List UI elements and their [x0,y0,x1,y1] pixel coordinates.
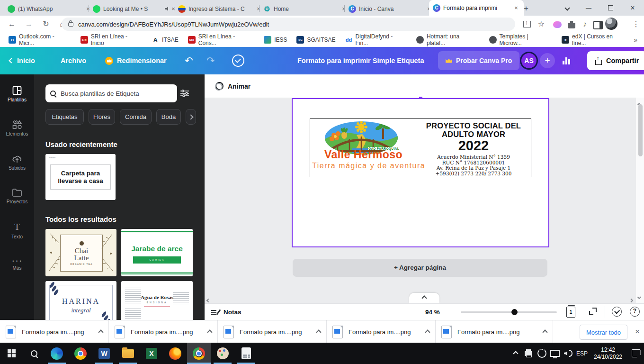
browser-menu-icon[interactable] [630,18,642,30]
template-jarabe-de-arce[interactable]: Jarabe de arce COMIDA [121,229,193,276]
zoom-slider-track[interactable] [461,311,557,313]
page-count-button[interactable]: 1 [566,307,575,318]
new-tab-button[interactable] [520,2,532,15]
chip-boda[interactable]: Boda [156,109,181,125]
design-page[interactable]: Valle Hermoso GAD PARROQUIAL Tierra mági… [292,98,549,247]
download-item[interactable]: Formato para im....png [109,320,218,343]
bookmark-digitaldefynd[interactable]: ddDigitalDefynd - Fin... [341,32,411,48]
url-omnibox[interactable]: canva.com/design/DAFBoEYhJRs/Usop9TLNwJu… [62,18,515,31]
download-menu-icon[interactable] [317,328,321,336]
help-button[interactable] [630,307,640,317]
tray-clock[interactable]: 12:42 24/10/2022 [589,343,627,364]
vertical-scrollbar[interactable] [636,98,644,303]
start-button[interactable] [0,343,23,364]
download-menu-icon[interactable] [426,328,429,336]
animate-button[interactable]: Animar [211,79,254,93]
tab-spotify[interactable]: Looking at Me • S [89,2,181,16]
sidebar-item-elementos[interactable]: Elementos [0,114,34,142]
reload-button[interactable] [40,18,52,30]
template-chai-latte[interactable]: Chai Latte ORGANIC TEA [45,229,116,276]
zoom-slider-knob[interactable] [511,309,518,315]
tab-home[interactable]: Home [259,2,351,16]
download-item[interactable]: Formato para im....png [218,320,327,343]
insights-button[interactable] [563,47,570,74]
tray-show-hidden-icons[interactable] [510,343,522,364]
share-page-icon[interactable] [521,18,533,30]
bookmark-sri-consultas[interactable]: SRISRI en Línea - Cons... [184,32,258,48]
bookmark-hotmart[interactable]: Hotmart: una plataf... [412,32,483,48]
template-harina-integral[interactable]: HARINA integral [45,281,116,320]
tray-action-center[interactable] [629,343,643,364]
taskbar-search-button[interactable] [23,343,45,364]
chip-comida[interactable]: Comida [120,109,152,125]
scroll-left-icon[interactable] [207,295,210,304]
window-restore-button[interactable] [599,0,621,16]
side-panel-icon[interactable] [592,18,604,30]
bookmark-sgaitsae[interactable]: SGSGAITSAE [293,35,339,45]
download-menu-icon[interactable] [208,328,212,336]
taskbar-chrome[interactable] [69,343,92,364]
bookmark-iess[interactable]: IESS [260,35,291,45]
search-input[interactable] [60,90,172,98]
undo-button[interactable] [185,47,193,74]
share-button[interactable]: Compartir [587,51,644,70]
tray-printer-icon[interactable] [522,343,535,364]
back-to-home-button[interactable]: Inicio [9,47,35,74]
chip-etiquetas[interactable]: Etiquetas [45,109,84,125]
download-item[interactable]: Formato para im....png [0,320,109,343]
tab-canva-formato-active[interactable]: Formato para imprimi [429,0,524,16]
download-menu-icon[interactable] [99,328,103,336]
bookmark-edx[interactable]: XedX | Cursos en líne... [558,32,632,48]
label-design-element[interactable]: Valle Hermoso GAD PARROQUIAL Tierra mági… [310,118,531,177]
save-status-button[interactable] [232,47,244,74]
bookmark-sri-inicio[interactable]: SRISRI en Línea - Inicio [77,32,146,48]
taskbar-file-explorer[interactable] [116,343,140,364]
resize-button[interactable]: Redimensionar [105,47,167,74]
taskbar-excel[interactable]: X [140,343,163,364]
pages-drawer-toggle[interactable] [409,293,439,303]
vertical-scroll-thumb[interactable] [638,104,643,156]
recent-template-card[interactable]: Nombre Carpeta para llevarse a casa [45,154,116,200]
taskbar-firefox[interactable] [163,343,187,364]
tab-canva-inicio[interactable]: Inicio - Canva [345,2,437,16]
bookmarks-overflow-icon[interactable] [634,36,637,44]
back-button[interactable] [6,18,18,30]
template-search-box[interactable] [45,84,177,102]
sidebar-item-plantillas[interactable]: Plantillas [0,80,34,108]
taskbar-edge[interactable] [45,343,69,364]
add-member-button[interactable] [540,53,555,68]
scroll-down-icon[interactable] [638,292,641,300]
tray-volume-icon[interactable] [562,343,575,364]
tab-close-icon[interactable] [512,4,520,12]
tab-search-chevron[interactable] [557,0,578,16]
chip-overflow[interactable] [186,109,196,125]
extension-pink-icon[interactable] [551,18,564,30]
redo-button[interactable] [206,47,215,74]
sidebar-item-proyectos[interactable]: Proyectos [0,182,34,210]
scroll-right-icon[interactable] [630,295,633,304]
window-minimize-button[interactable] [578,0,599,16]
taskbar-paint[interactable] [211,343,234,364]
tray-capture-icon[interactable] [535,343,548,364]
tab-whatsapp[interactable]: (1) WhatsApp [4,2,96,16]
extensions-puzzle-icon[interactable] [565,18,578,30]
show-all-downloads-button[interactable]: Mostrar todo [580,325,627,340]
add-page-button[interactable]: + Agregar página [293,259,547,277]
notes-button[interactable]: Notas [211,304,242,320]
sidebar-item-texto[interactable]: Texto [0,217,34,244]
download-item[interactable]: Formato para im....png [436,320,553,343]
status-check-icon[interactable] [612,307,622,317]
sidebar-item-mas[interactable]: Más [0,251,34,278]
tab-ingreso-sistema[interactable]: Ingreso al Sistema - C [174,2,266,16]
forward-button[interactable] [23,18,35,30]
tray-network-icon[interactable] [548,343,562,364]
chip-flores[interactable]: Flores [89,109,115,125]
taskbar-chrome-active[interactable] [187,343,211,364]
bookmark-templates[interactable]: Templates | Microw... [485,32,556,48]
taskbar-calculator[interactable] [234,343,258,364]
download-item[interactable]: Formato para im....png [327,320,436,343]
account-avatar[interactable]: AS [520,52,538,70]
downloads-close-icon[interactable] [632,326,643,337]
taskbar-word[interactable]: W [92,343,116,364]
template-agua-de-rosas[interactable]: Agua de Rosas ENSIGNA [121,281,193,320]
